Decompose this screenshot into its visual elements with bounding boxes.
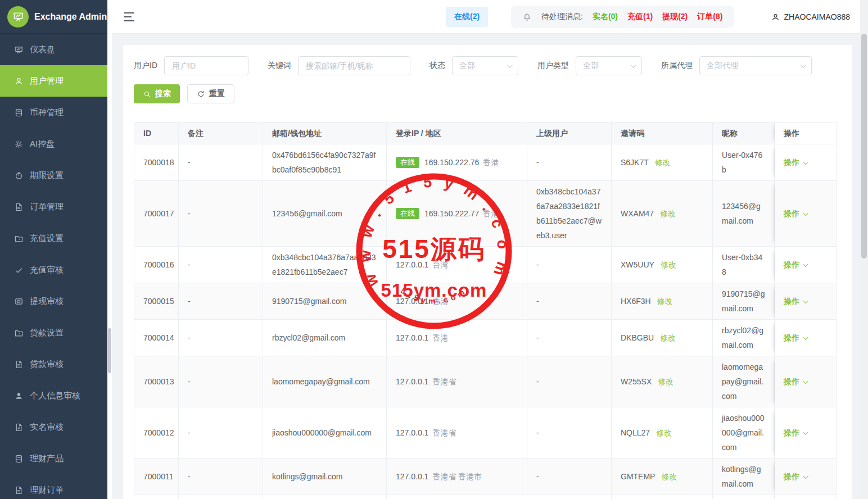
cell-ip: 127.0.0.1香港省 香港市 xyxy=(387,459,527,495)
online-users-chip[interactable]: 在线(2) xyxy=(446,7,488,27)
sidebar-item-coin-management[interactable]: 币种管理 xyxy=(0,97,107,128)
cell-ip: 127.0.0.1柬埔寨 xyxy=(387,495,527,499)
sidebar-item-term-settings[interactable]: 期限设置 xyxy=(0,160,107,191)
table-row: 7000012-jiaoshou000000@gmail.com127.0.0.… xyxy=(134,407,837,459)
chevron-down-icon xyxy=(803,473,808,479)
db-icon xyxy=(14,108,24,117)
sidebar-item-ai-control[interactable]: AI控盘 xyxy=(0,128,107,160)
search-button[interactable]: 搜索 xyxy=(134,84,180,103)
edit-invite-link[interactable]: 修改 xyxy=(657,294,673,309)
chevron-down-icon xyxy=(803,334,808,340)
edit-invite-link[interactable]: 修改 xyxy=(658,374,673,389)
cell-invite: W255SX修改 xyxy=(612,356,713,407)
sidebar-item-label: 实名审核 xyxy=(30,422,64,433)
cell-email: rbzycl03@gmail.com xyxy=(263,495,387,499)
sidebar-item-wealth-products[interactable]: 理财产品 xyxy=(0,443,107,474)
sidebar-item-label: 充值设置 xyxy=(30,233,64,244)
row-actions-dropdown[interactable]: 操作 xyxy=(784,257,807,272)
cell-actions: 操作 xyxy=(775,283,837,320)
page-scrollbar[interactable] xyxy=(860,0,868,499)
cell-note: - xyxy=(179,283,263,320)
sidebar-scrollbar-thumb[interactable] xyxy=(108,328,111,373)
keyword-label: 关键词 xyxy=(268,61,291,71)
cell-email: kotlings@gmail.com xyxy=(263,459,387,495)
status-select[interactable]: 全部 xyxy=(452,56,518,75)
user-id-input[interactable] xyxy=(164,56,248,75)
sidebar-item-loan-settings[interactable]: 贷款设置 xyxy=(0,317,107,348)
cell-ip: 在线169.150.222.76香港 xyxy=(387,144,527,181)
row-actions-dropdown[interactable]: 操作 xyxy=(784,374,807,389)
cell-nick: User-0xb348 xyxy=(713,247,775,283)
row-actions-dropdown[interactable]: 操作 xyxy=(784,206,807,221)
row-actions-dropdown[interactable]: 操作 xyxy=(784,155,807,170)
edit-invite-link[interactable]: 修改 xyxy=(660,206,676,221)
sidebar-item-wealth-orders[interactable]: 理财订单 xyxy=(0,474,107,499)
chevron-down-icon xyxy=(803,378,808,384)
sidebar-item-label: 理财产品 xyxy=(30,453,64,464)
ip-region: 香港省 xyxy=(432,425,456,440)
cell-note: - xyxy=(179,356,263,407)
cell-id: 7000006 xyxy=(134,495,179,499)
sidebar-item-label: 理财订单 xyxy=(30,485,64,496)
pending-recharge-link[interactable]: 充值(1) xyxy=(627,12,653,22)
cell-nick: laomomegapay@gmail.com xyxy=(713,356,775,407)
cell-invite: WXAM47修改 xyxy=(612,181,713,247)
cell-email: 0xb348cbc104a376a7aa2833e1821fb611b5e2ae… xyxy=(263,247,387,283)
sidebar-scrollbar[interactable] xyxy=(107,0,112,499)
sidebar-item-recharge-review[interactable]: 充值审核 xyxy=(0,254,107,285)
cell-ip: 127.0.0.1香港省 xyxy=(387,356,527,407)
edit-invite-link[interactable]: 修改 xyxy=(661,257,676,272)
edit-invite-link[interactable]: 修改 xyxy=(655,155,671,170)
brand-logo-icon xyxy=(7,6,29,28)
cell-actions: 操作 xyxy=(775,356,837,407)
edit-invite-link[interactable]: 修改 xyxy=(660,330,676,345)
row-actions-dropdown[interactable]: 操作 xyxy=(784,425,807,440)
agent-select[interactable]: 全部代理 xyxy=(699,56,812,75)
pending-order-link[interactable]: 订单(8) xyxy=(697,12,722,22)
user-type-select[interactable]: 全部 xyxy=(576,56,642,75)
doc-icon xyxy=(14,486,24,495)
reset-button[interactable]: 重置 xyxy=(187,84,234,103)
row-actions-dropdown[interactable]: 操作 xyxy=(784,330,807,345)
sidebar-item-user-management[interactable]: 用户管理 xyxy=(0,65,107,97)
cell-note: - xyxy=(179,407,263,459)
user-menu[interactable]: ZHAOCAIMAO888 xyxy=(771,0,850,34)
topbar: 在线(2) 待处理消息: 实名(0)充值(1)提现(2)订单(8) ZHAOCA… xyxy=(112,0,868,34)
collapse-menu-button[interactable] xyxy=(124,12,134,21)
sidebar-item-profile-review[interactable]: 个人信息审核 xyxy=(0,380,107,411)
table-header-row: ID备注邮箱/钱包地址登录IP / 地区上级用户邀请码昵称操作 xyxy=(134,122,837,144)
keyword-input[interactable] xyxy=(298,56,410,75)
doc-check-icon xyxy=(14,423,24,432)
chevron-down-icon xyxy=(803,261,808,267)
cell-ip: 127.0.0.1香港 xyxy=(387,320,527,356)
row-actions-dropdown[interactable]: 操作 xyxy=(784,469,807,484)
filter-actions: 搜索 重置 xyxy=(134,84,234,103)
cell-invite: 762LLJ修改 xyxy=(612,495,713,499)
cell-nick: rbzycl03@gmail.com xyxy=(713,495,775,499)
sidebar-item-label: AI控盘 xyxy=(30,139,55,149)
edit-invite-link[interactable]: 修改 xyxy=(661,469,677,484)
page-scrollbar-thumb[interactable] xyxy=(861,34,867,258)
pending-kyc-link[interactable]: 实名(0) xyxy=(593,12,618,22)
cell-note: - xyxy=(179,144,263,181)
sidebar-item-dashboard[interactable]: 仪表盘 xyxy=(0,34,107,65)
sidebar-item-kyc-review[interactable]: 实名审核 xyxy=(0,411,107,443)
sidebar-item-label: 用户管理 xyxy=(30,76,64,87)
sidebar-item-withdraw-review[interactable]: 提现审核 xyxy=(0,285,107,317)
ip-region: 香港省 xyxy=(432,374,456,389)
sidebar-item-recharge-settings[interactable]: 充值设置 xyxy=(0,223,107,254)
edit-invite-link[interactable]: 修改 xyxy=(656,425,672,440)
row-actions-dropdown[interactable]: 操作 xyxy=(784,294,807,309)
chevron-down-icon xyxy=(507,62,513,68)
status-label: 状态 xyxy=(430,61,445,71)
sidebar-item-order-management[interactable]: 订单管理 xyxy=(0,191,107,223)
bell-icon xyxy=(522,12,532,22)
pending-withdraw-link[interactable]: 提现(2) xyxy=(662,12,688,22)
table-row: 7000013-laomomegapay@gmail.com127.0.0.1香… xyxy=(134,356,837,407)
cell-note: - xyxy=(179,181,263,247)
cell-id: 7000018 xyxy=(134,144,179,181)
sidebar-item-loan-review[interactable]: 贷款审核 xyxy=(0,348,107,380)
filter-bar: 用户ID 关键词 状态 全部 用户类型 全部 所属代理 全部代理 xyxy=(134,56,812,75)
brand: Exchange Admin xyxy=(0,0,107,34)
ip-region: 香港 xyxy=(432,294,448,309)
